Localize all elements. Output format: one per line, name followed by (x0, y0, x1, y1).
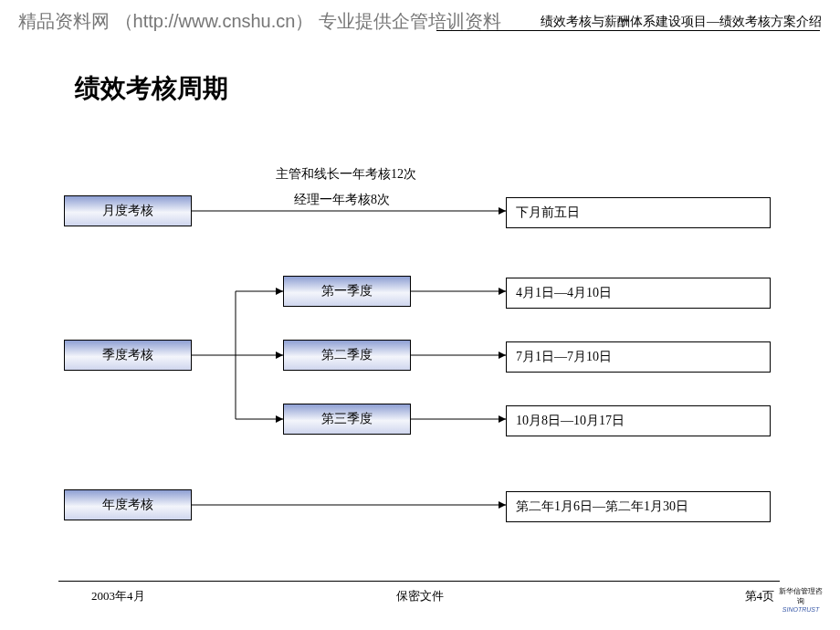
svg-marker-1 (499, 207, 506, 215)
result-yearly: 第二年1月6日—第二年1月30日 (506, 491, 771, 522)
box-q3: 第三季度 (283, 404, 411, 435)
box-q2: 第二季度 (283, 340, 411, 371)
brand-en: SINOTRUST (776, 606, 825, 613)
box-q1: 第一季度 (283, 276, 411, 307)
url-prefix: （ (115, 11, 133, 31)
box-monthly: 月度考核 (64, 195, 192, 226)
box-q1-label: 第一季度 (321, 284, 373, 298)
doc-title: 绩效考核与薪酬体系建设项目—绩效考核方案介绍 (541, 14, 822, 30)
result-monthly: 下月前五日 (506, 197, 771, 228)
svg-marker-8 (276, 415, 283, 423)
note-line-1: 主管和线长一年考核12次 (276, 166, 416, 183)
brand-logo: 新华信管理咨询 SINOTRUST (776, 586, 825, 613)
svg-marker-14 (499, 415, 506, 423)
box-monthly-label: 月度考核 (102, 204, 153, 217)
header-divider (436, 30, 820, 31)
result-q1: 4月1日—4月10日 (506, 278, 771, 309)
note-line-2: 经理一年考核8次 (294, 192, 390, 208)
box-quarterly: 季度考核 (64, 340, 192, 371)
result-monthly-text: 下月前五日 (516, 205, 580, 219)
watermark-text: 精品资料网 （http://www.cnshu.cn） 专业提供企管培训资料 (18, 9, 501, 34)
tagline: 专业提供企管培训资料 (319, 11, 501, 31)
url-suffix: ） (295, 11, 313, 31)
footer-confidential: 保密文件 (0, 588, 840, 604)
footer-page: 第4页 (745, 588, 775, 604)
result-q2: 7月1日—7月10日 (506, 341, 771, 373)
footer-divider (58, 581, 780, 582)
result-yearly-text: 第二年1月6日—第二年1月30日 (516, 499, 688, 513)
result-q1-text: 4月1日—4月10日 (516, 286, 612, 299)
slide-title: 绩效考核周期 (75, 71, 228, 106)
svg-marker-3 (276, 352, 283, 359)
svg-marker-12 (499, 352, 506, 359)
box-quarterly-label: 季度考核 (102, 348, 153, 362)
svg-marker-16 (499, 501, 506, 509)
box-yearly: 年度考核 (64, 489, 192, 520)
result-q3-text: 10月8日—10月17日 (516, 414, 625, 427)
result-q3: 10月8日—10月17日 (506, 405, 771, 436)
brand-cn: 新华信管理咨询 (776, 586, 825, 606)
result-q2-text: 7月1日—7月10日 (516, 350, 612, 363)
site-url: http://www.cnshu.cn (133, 11, 296, 31)
svg-marker-6 (276, 288, 283, 295)
site-name: 精品资料网 (18, 11, 110, 31)
box-q2-label: 第二季度 (321, 348, 373, 362)
box-q3-label: 第三季度 (321, 412, 373, 425)
box-yearly-label: 年度考核 (102, 498, 153, 511)
svg-marker-10 (499, 288, 506, 295)
